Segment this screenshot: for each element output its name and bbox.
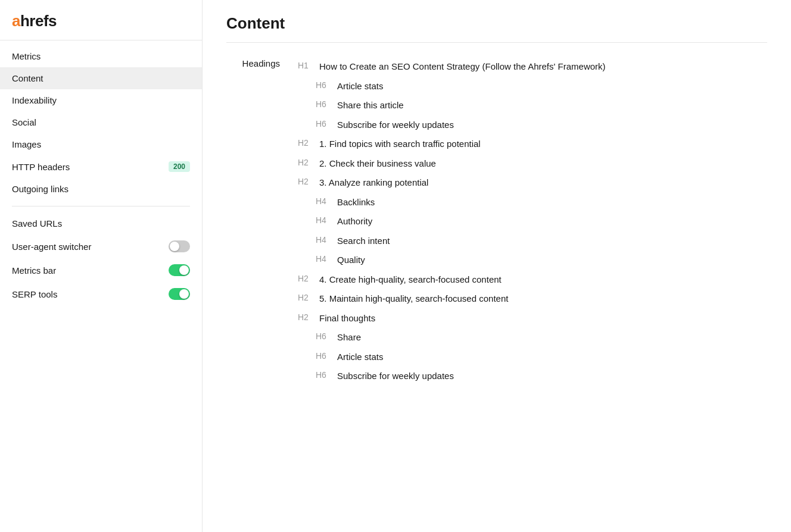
logo-text: ahrefs: [12, 12, 57, 30]
heading-item: H25. Maintain high-quality, search-focus…: [298, 289, 767, 309]
toggle-serp-tools: SERP tools: [0, 282, 202, 306]
page-title: Content: [226, 14, 767, 43]
heading-item: H6Subscribe for weekly updates: [316, 367, 767, 386]
logo-rest: hrefs: [20, 12, 57, 30]
sidebar-item-label: Social: [12, 117, 36, 127]
heading-text: How to Create an SEO Content Strategy (F…: [319, 60, 606, 74]
heading-item: H2Final thoughts: [298, 309, 767, 328]
user-agent-switcher-toggle[interactable]: [169, 240, 190, 252]
sidebar-item-label: Images: [12, 139, 41, 149]
sidebar-item-label: Indexability: [12, 95, 57, 105]
sidebar-item-metrics[interactable]: Metrics: [0, 45, 202, 67]
heading-item: H4Quality: [316, 251, 767, 270]
heading-tag: H2: [298, 273, 314, 283]
heading-tag: H2: [298, 312, 314, 322]
heading-text: 4. Create high-quality, search-focused c…: [319, 273, 502, 287]
heading-text: 5. Maintain high-quality, search-focused…: [319, 292, 508, 306]
heading-item: H21. Find topics with search traffic pot…: [298, 134, 767, 154]
heading-text: Share: [337, 331, 361, 345]
section-label-headings: Headings: [226, 57, 280, 386]
heading-text: Backlinks: [337, 196, 375, 209]
sidebar-item-http-headers[interactable]: HTTP headers 200: [0, 155, 202, 178]
sidebar-item-indexability[interactable]: Indexability: [0, 89, 202, 111]
metrics-bar-toggle[interactable]: [169, 264, 190, 276]
heading-item: H24. Create high-quality, search-focused…: [298, 270, 767, 290]
heading-text: 3. Analyze ranking potential: [319, 176, 428, 190]
heading-item: H1How to Create an SEO Content Strategy …: [298, 57, 767, 77]
heading-text: Article stats: [337, 80, 384, 93]
sidebar-item-label: HTTP headers: [12, 162, 70, 172]
nav-items: Metrics Content Indexability Social Imag…: [0, 45, 202, 520]
heading-tag: H6: [316, 99, 332, 109]
heading-item: H4Authority: [316, 212, 767, 231]
heading-text: Quality: [337, 254, 365, 267]
heading-text: Final thoughts: [319, 312, 375, 326]
heading-text: Article stats: [337, 351, 384, 364]
heading-item: H4Search intent: [316, 231, 767, 251]
main-content: Content Headings H1How to Create an SEO …: [203, 0, 791, 532]
heading-tag: H6: [316, 351, 332, 361]
heading-item: H6Share this article: [316, 96, 767, 115]
sidebar-item-social[interactable]: Social: [0, 111, 202, 133]
http-headers-badge: 200: [169, 161, 190, 172]
toggle-label: User-agent switcher: [12, 242, 91, 252]
heading-item: H6Article stats: [316, 77, 767, 96]
heading-tag: H2: [298, 176, 314, 186]
heading-tag: H6: [316, 80, 332, 90]
heading-text: 1. Find topics with search traffic poten…: [319, 137, 481, 151]
sidebar-item-images[interactable]: Images: [0, 133, 202, 155]
toggle-label: SERP tools: [12, 289, 57, 299]
heading-item: H23. Analyze ranking potential: [298, 173, 767, 193]
toggle-metrics-bar: Metrics bar: [0, 258, 202, 282]
nav-divider: [12, 206, 190, 206]
heading-text: Search intent: [337, 234, 390, 248]
content-section-headings: Headings H1How to Create an SEO Content …: [226, 57, 767, 386]
toggle-user-agent-switcher: User-agent switcher: [0, 234, 202, 258]
sidebar: ahrefs Metrics Content Indexability Soci…: [0, 0, 203, 532]
heading-item: H22. Check their business value: [298, 154, 767, 174]
heading-tag: H4: [316, 234, 332, 245]
heading-text: Subscribe for weekly updates: [337, 370, 454, 383]
heading-tag: H6: [316, 331, 332, 341]
headings-list: H1How to Create an SEO Content Strategy …: [298, 57, 767, 386]
heading-text: Subscribe for weekly updates: [337, 118, 454, 132]
sidebar-item-label: Content: [12, 73, 43, 83]
sidebar-item-outgoing-links[interactable]: Outgoing links: [0, 178, 202, 200]
serp-tools-toggle[interactable]: [169, 288, 190, 300]
heading-tag: H2: [298, 137, 314, 148]
toggle-label: Metrics bar: [12, 265, 56, 276]
heading-tag: H4: [316, 215, 332, 225]
heading-text: Share this article: [337, 99, 404, 112]
heading-tag: H1: [298, 60, 314, 70]
heading-item: H6Article stats: [316, 348, 767, 367]
sidebar-item-content[interactable]: Content: [0, 67, 202, 89]
heading-tag: H6: [316, 370, 332, 380]
heading-item: H6Share: [316, 328, 767, 348]
heading-tag: H4: [316, 254, 332, 264]
heading-tag: H2: [298, 292, 314, 302]
heading-text: Authority: [337, 215, 372, 229]
logo-a-letter: a: [12, 12, 20, 30]
heading-tag: H6: [316, 118, 332, 129]
sidebar-item-label: Metrics: [12, 51, 41, 61]
heading-text: 2. Check their business value: [319, 157, 436, 171]
saved-urls-label[interactable]: Saved URLs: [0, 212, 202, 234]
sidebar-item-label: Outgoing links: [12, 184, 68, 194]
heading-item: H6Subscribe for weekly updates: [316, 115, 767, 135]
heading-tag: H4: [316, 196, 332, 206]
heading-item: H4Backlinks: [316, 193, 767, 212]
logo: ahrefs: [0, 12, 202, 40]
heading-tag: H2: [298, 157, 314, 167]
